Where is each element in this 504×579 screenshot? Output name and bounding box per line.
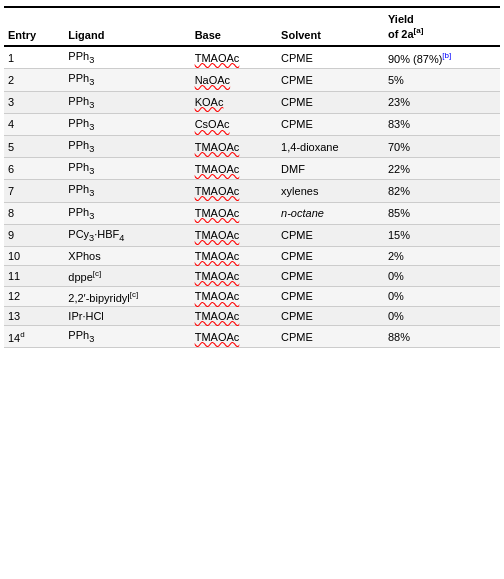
cell-yield: 0% bbox=[384, 307, 500, 326]
cell-ligand: PPh3 bbox=[64, 326, 190, 348]
cell-solvent: CPME bbox=[277, 286, 384, 307]
table-row: 9PCy3·HBF4TMАOАcCPME15% bbox=[4, 224, 500, 246]
cell-solvent: CPME bbox=[277, 307, 384, 326]
cell-entry: 8 bbox=[4, 202, 64, 224]
header-solvent: Solvent bbox=[277, 7, 384, 46]
cell-entry: 9 bbox=[4, 224, 64, 246]
cell-yield: 5% bbox=[384, 69, 500, 91]
table-header-row: Entry Ligand Base Solvent Yield of 2a[a] bbox=[4, 7, 500, 46]
header-ligand: Ligand bbox=[64, 7, 190, 46]
cell-ligand: IPr·HCl bbox=[64, 307, 190, 326]
cell-yield: 83% bbox=[384, 113, 500, 135]
table-row: 2PPh3NaOAcCPME5% bbox=[4, 69, 500, 91]
cell-solvent: CPME bbox=[277, 224, 384, 246]
cell-ligand: PPh3 bbox=[64, 113, 190, 135]
cell-entry: 11 bbox=[4, 265, 64, 286]
table-row: 7PPh3TMАOАcxylenes82% bbox=[4, 180, 500, 202]
table-row: 14dPPh3TMАOАcCPME88% bbox=[4, 326, 500, 348]
table-row: 10XPhosTMАOАcCPME2% bbox=[4, 246, 500, 265]
cell-yield: 0% bbox=[384, 265, 500, 286]
cell-yield: 23% bbox=[384, 91, 500, 113]
cell-ligand: PPh3 bbox=[64, 91, 190, 113]
cell-solvent: xylenes bbox=[277, 180, 384, 202]
header-yield: Yield of 2a[a] bbox=[384, 7, 500, 46]
cell-base: TMАOАc bbox=[191, 265, 277, 286]
cell-yield: 70% bbox=[384, 136, 500, 158]
cell-solvent: CPME bbox=[277, 113, 384, 135]
cell-yield: 85% bbox=[384, 202, 500, 224]
cell-solvent: CPME bbox=[277, 265, 384, 286]
cell-base: TMАOАc bbox=[191, 46, 277, 69]
cell-yield: 82% bbox=[384, 180, 500, 202]
cell-base: KOAc bbox=[191, 91, 277, 113]
cell-yield: 88% bbox=[384, 326, 500, 348]
table-container: Entry Ligand Base Solvent Yield of 2a[a]… bbox=[0, 0, 504, 354]
cell-yield: 0% bbox=[384, 286, 500, 307]
cell-entry: 14d bbox=[4, 326, 64, 348]
cell-entry: 13 bbox=[4, 307, 64, 326]
cell-solvent: CPME bbox=[277, 326, 384, 348]
cell-entry: 6 bbox=[4, 158, 64, 180]
cell-base: TMАOАc bbox=[191, 136, 277, 158]
table-body: 1PPh3TMАOАcCPME90% (87%)[b]2PPh3NaOAcCPM… bbox=[4, 46, 500, 348]
header-entry: Entry bbox=[4, 7, 64, 46]
table-row: 13IPr·HClTMАOАcCPME0% bbox=[4, 307, 500, 326]
cell-base: TMАOАc bbox=[191, 246, 277, 265]
cell-base: TMАOАc bbox=[191, 307, 277, 326]
cell-ligand: PPh3 bbox=[64, 69, 190, 91]
cell-ligand: dppe[c] bbox=[64, 265, 190, 286]
cell-solvent: CPME bbox=[277, 91, 384, 113]
cell-entry: 2 bbox=[4, 69, 64, 91]
data-table: Entry Ligand Base Solvent Yield of 2a[a]… bbox=[4, 6, 500, 348]
cell-solvent: CPME bbox=[277, 46, 384, 69]
cell-solvent: DMF bbox=[277, 158, 384, 180]
table-row: 6PPh3TMАOАcDMF22% bbox=[4, 158, 500, 180]
cell-base: CsOAc bbox=[191, 113, 277, 135]
cell-base: TMАOАc bbox=[191, 180, 277, 202]
cell-yield: 2% bbox=[384, 246, 500, 265]
cell-base: NaOAc bbox=[191, 69, 277, 91]
table-row: 4PPh3CsOAcCPME83% bbox=[4, 113, 500, 135]
cell-solvent: CPME bbox=[277, 69, 384, 91]
table-row: 1PPh3TMАOАcCPME90% (87%)[b] bbox=[4, 46, 500, 69]
cell-entry: 7 bbox=[4, 180, 64, 202]
cell-ligand: XPhos bbox=[64, 246, 190, 265]
cell-ligand: PPh3 bbox=[64, 136, 190, 158]
cell-ligand: 2,2′-bipyridyl[c] bbox=[64, 286, 190, 307]
cell-base: TMАOАc bbox=[191, 202, 277, 224]
cell-entry: 3 bbox=[4, 91, 64, 113]
cell-ligand: PCy3·HBF4 bbox=[64, 224, 190, 246]
cell-ligand: PPh3 bbox=[64, 180, 190, 202]
cell-entry: 10 bbox=[4, 246, 64, 265]
cell-ligand: PPh3 bbox=[64, 46, 190, 69]
cell-yield: 90% (87%)[b] bbox=[384, 46, 500, 69]
cell-yield: 22% bbox=[384, 158, 500, 180]
cell-base: TMАOАc bbox=[191, 224, 277, 246]
table-row: 122,2′-bipyridyl[c]TMАOАcCPME0% bbox=[4, 286, 500, 307]
table-row: 3PPh3KOAcCPME23% bbox=[4, 91, 500, 113]
cell-base: TMАOАc bbox=[191, 158, 277, 180]
cell-yield: 15% bbox=[384, 224, 500, 246]
cell-solvent: 1,4-dioxane bbox=[277, 136, 384, 158]
cell-entry: 5 bbox=[4, 136, 64, 158]
cell-entry: 1 bbox=[4, 46, 64, 69]
cell-ligand: PPh3 bbox=[64, 202, 190, 224]
cell-entry: 12 bbox=[4, 286, 64, 307]
cell-ligand: PPh3 bbox=[64, 158, 190, 180]
cell-base: TMАOАc bbox=[191, 326, 277, 348]
table-row: 11dppe[c]TMАOАcCPME0% bbox=[4, 265, 500, 286]
table-row: 5PPh3TMАOАc1,4-dioxane70% bbox=[4, 136, 500, 158]
cell-base: TMАOАc bbox=[191, 286, 277, 307]
cell-solvent: n-octane bbox=[277, 202, 384, 224]
cell-entry: 4 bbox=[4, 113, 64, 135]
table-row: 8PPh3TMАOАcn-octane85% bbox=[4, 202, 500, 224]
cell-solvent: CPME bbox=[277, 246, 384, 265]
header-base: Base bbox=[191, 7, 277, 46]
